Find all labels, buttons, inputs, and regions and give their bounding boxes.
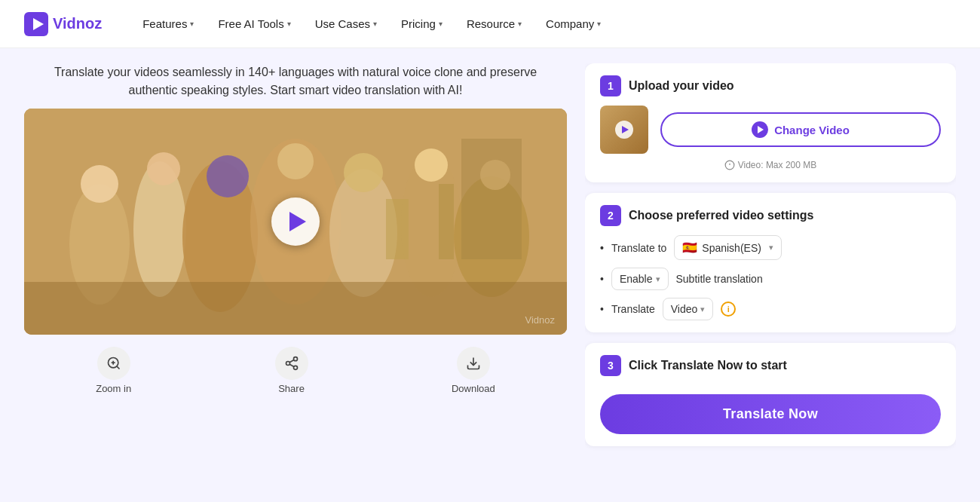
step1-title: Upload your video [629,79,734,93]
logo-icon [24,12,48,36]
svg-line-29 [289,360,294,362]
svg-point-13 [277,143,314,179]
enable-label: Enable [620,273,653,285]
video-watermark: Vidnoz [525,314,555,326]
step3-title: Click Translate Now to start [629,359,787,372]
download-control[interactable]: Download [452,347,495,394]
svg-point-15 [415,148,448,182]
left-panel: Translate your videos seamlessly in 140+… [24,63,567,487]
nav-item-features[interactable]: Features ▾ [132,11,204,36]
subtitle-row: • Enable ▾ Subtitle translation [600,268,941,290]
step2-title: Choose preferred video settings [629,209,813,222]
info-small-icon [724,160,735,170]
play-button[interactable] [271,197,320,246]
video-player[interactable]: Vidnoz [24,109,567,335]
video-controls: Zoom in Share [24,344,567,397]
svg-point-10 [81,165,118,203]
step3-header: 3 Click Translate Now to start [600,355,941,376]
chevron-down-icon: ▾ [700,305,705,314]
chevron-down-icon: ▾ [439,20,443,28]
step1-card: 1 Upload your video Change Video Vide [585,63,956,182]
nav-item-pricing[interactable]: Pricing ▾ [390,11,453,36]
thumb-play-icon [615,121,633,139]
brand-name: Vidnoz [53,15,102,32]
share-icon [275,347,308,380]
navbar: Vidnoz Features ▾ Free AI Tools ▾ Use Ca… [0,0,980,48]
btn-play-icon [752,121,768,138]
svg-point-26 [286,362,289,366]
svg-line-22 [117,366,120,369]
chevron-down-icon: ▾ [769,243,773,253]
chevron-down-icon: ▾ [518,20,522,28]
svg-rect-17 [461,139,522,259]
nav-item-company[interactable]: Company ▾ [535,11,611,36]
step2-card: 2 Choose preferred video settings • Tran… [585,193,956,332]
share-control[interactable]: Share [275,347,308,394]
translate-now-button[interactable]: Translate Now [600,394,941,434]
video-type-selector[interactable]: Video ▾ [663,298,714,320]
language-name: Spanish(ES) [702,242,761,254]
svg-point-12 [207,155,249,197]
zoom-in-control[interactable]: Zoom in [96,347,131,394]
upload-row: Change Video [600,106,941,154]
video-thumbnail [600,106,648,154]
svg-rect-20 [439,184,454,259]
video-type-label: Video [671,303,698,315]
nav-item-resource[interactable]: Resource ▾ [456,11,532,36]
file-limit: Video: Max 200 MB [600,160,941,170]
translate-type-row: • Translate Video ▾ i [600,298,941,320]
language-selector[interactable]: 🇪🇸 Spanish(ES) ▾ [674,235,782,260]
svg-point-25 [293,357,297,361]
step3-card: 3 Click Translate Now to start Translate… [585,343,956,446]
step1-header: 1 Upload your video [600,75,941,96]
svg-point-11 [147,152,180,185]
enable-selector[interactable]: Enable ▾ [611,268,669,290]
svg-point-27 [293,366,297,369]
svg-point-14 [344,153,383,192]
chevron-down-icon: ▾ [190,20,194,28]
right-panel: 1 Upload your video Change Video Vide [585,63,956,487]
hero-subtitle: Translate your videos seamlessly in 140+… [24,63,567,99]
translate-to-label: Translate to [611,242,666,254]
nav-item-free-ai-tools[interactable]: Free AI Tools ▾ [207,11,301,36]
nav-items: Features ▾ Free AI Tools ▾ Use Cases ▾ P… [132,11,956,36]
chevron-down-icon: ▾ [287,20,291,28]
svg-line-28 [289,364,294,366]
step3-badge: 3 [600,355,621,376]
translate-label: Translate [611,303,655,315]
share-label: Share [278,383,305,394]
download-label: Download [452,383,495,394]
chevron-down-icon: ▾ [597,20,601,28]
svg-rect-19 [386,199,409,259]
download-icon [457,347,490,380]
step1-badge: 1 [600,75,621,96]
main-content: Translate your videos seamlessly in 140+… [0,48,980,502]
nav-item-use-cases[interactable]: Use Cases ▾ [305,11,387,36]
translate-to-row: • Translate to 🇪🇸 Spanish(ES) ▾ [600,235,941,260]
zoom-in-label: Zoom in [96,383,131,394]
zoom-in-icon [97,347,130,380]
info-icon[interactable]: i [721,302,736,317]
chevron-down-icon: ▾ [656,274,660,284]
chevron-down-icon: ▾ [373,20,377,28]
step2-badge: 2 [600,205,621,226]
change-video-button[interactable]: Change Video [660,112,941,147]
language-flag: 🇪🇸 [682,240,697,255]
subtitle-translation-label: Subtitle translation [676,273,763,285]
step2-header: 2 Choose preferred video settings [600,205,941,226]
logo[interactable]: Vidnoz [24,12,102,36]
svg-rect-18 [24,282,567,335]
